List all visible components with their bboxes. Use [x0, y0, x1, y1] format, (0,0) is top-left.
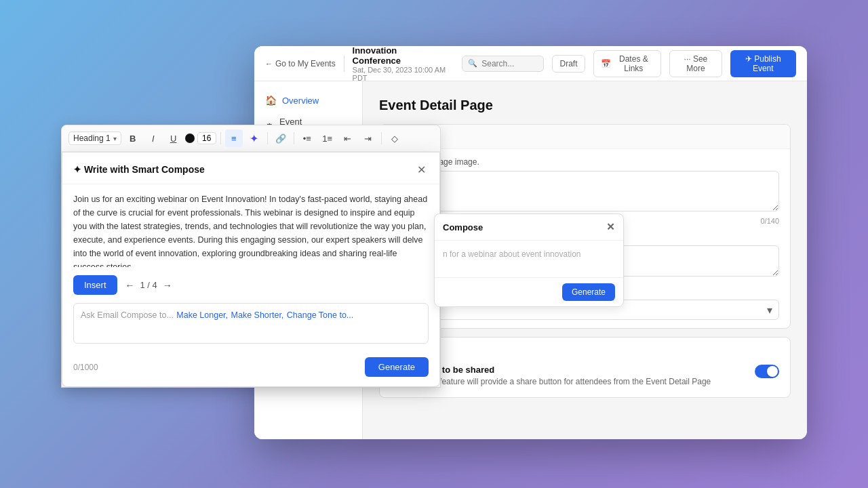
behind-input-area: n for a webinar about event innovation [435, 241, 623, 278]
more-options-button[interactable]: ◇ [386, 129, 403, 147]
link-button[interactable]: 🔗 [272, 129, 290, 147]
compose-placeholder: Ask Email Compose to... [81, 310, 174, 320]
see-more-button[interactable]: ··· See More [669, 50, 722, 77]
behind-dialog-header: Compose ✕ [435, 214, 623, 241]
behind-close-button[interactable]: ✕ [606, 221, 615, 233]
compose-actions: Insert ← 1 / 4 → [73, 275, 429, 295]
heading-select[interactable]: Heading 1 ▾ [68, 131, 121, 145]
settings-title: Settings [391, 348, 779, 359]
event-name: Innovation Conference [353, 46, 446, 66]
chevron-down-icon: ▾ [113, 135, 117, 142]
toolbar-bar: Heading 1 ▾ B I U ≡ ✦ 🔗 •≡ 1≡ ⇤ ⇥ ◇ [62, 125, 440, 152]
sidebar-label-overview: Overview [282, 96, 319, 106]
nav-indicator: 1 / 4 [140, 280, 157, 290]
font-size-input[interactable] [197, 132, 216, 144]
change-tone-link[interactable]: Change Tone to... [287, 310, 353, 320]
search-icon: 🔍 [468, 59, 477, 68]
color-picker[interactable] [185, 134, 195, 143]
toolbar-separator-2 [267, 132, 268, 144]
image-field-label: event detail page image. [391, 157, 779, 167]
smart-compose-body: Join us for an exciting webinar on Event… [62, 184, 439, 352]
numbered-list-button[interactable]: 1≡ [319, 129, 336, 147]
draft-button[interactable]: Draft [552, 55, 585, 73]
calendar-icon: 📅 [601, 59, 611, 68]
heading-select-label: Heading 1 [73, 134, 111, 143]
compose-prompt-area[interactable]: Ask Email Compose to... Make Longer, Mak… [73, 303, 429, 344]
page-title: Event Detail Page [379, 98, 791, 113]
prev-result-button[interactable]: ← [125, 280, 135, 291]
publish-button[interactable]: ✈ Publish Event [730, 50, 796, 77]
dates-links-button[interactable]: 📅 Dates & Links [593, 50, 662, 77]
back-link[interactable]: Go to My Events [265, 59, 336, 68]
settings-row-share: Allow event to be shared Enabling this f… [391, 365, 779, 386]
make-longer-link[interactable]: Make Longer, [176, 310, 228, 320]
bullet-list-button[interactable]: •≡ [298, 129, 316, 147]
indent-decrease-button[interactable]: ⇤ [339, 129, 357, 147]
bold-button[interactable]: B [124, 129, 142, 147]
next-result-button[interactable]: → [163, 280, 172, 291]
search-box[interactable]: 🔍 [462, 56, 544, 72]
italic-button[interactable]: I [144, 129, 162, 147]
align-left-button[interactable]: ≡ [225, 129, 243, 147]
toolbar-separator-3 [294, 132, 294, 144]
content-section-header: Content [380, 125, 790, 149]
settings-share-title: Allow event to be shared [391, 365, 747, 375]
compose-footer: 0/1000 Generate [62, 352, 439, 386]
share-toggle[interactable] [755, 365, 779, 378]
underline-button[interactable]: U [165, 129, 182, 147]
image-textarea[interactable] [391, 171, 779, 211]
behind-generate-button[interactable]: Generate [562, 283, 615, 301]
app-header: Go to My Events Innovation Conference Sa… [254, 46, 807, 81]
indent-increase-button[interactable]: ⇥ [359, 129, 377, 147]
smart-compose-header: ✦ Write with Smart Compose ✕ [62, 152, 439, 184]
search-input[interactable] [481, 59, 538, 68]
home-icon: 🏠 [265, 95, 277, 106]
sparkle-button[interactable]: ✦ [245, 129, 263, 147]
header-divider [344, 56, 344, 72]
smart-compose-panel: ✦ Write with Smart Compose ✕ Join us for… [62, 152, 440, 387]
settings-share-desc: Allow event to be shared Enabling this f… [391, 365, 747, 386]
behind-compose-dialog: Compose ✕ n for a webinar about event in… [434, 214, 624, 307]
toolbar-window: Heading 1 ▾ B I U ≡ ✦ 🔗 •≡ 1≡ ⇤ ⇥ ◇ ✦ Wr… [61, 125, 441, 388]
nav-arrows: ← 1 / 4 → [125, 280, 172, 291]
sidebar-item-overview[interactable]: 🏠 Overview [254, 89, 362, 111]
event-info: Innovation Conference Sat, Dec 30, 2023 … [353, 46, 446, 82]
make-shorter-link[interactable]: Make Shorter, [231, 310, 284, 320]
insert-button[interactable]: Insert [73, 275, 117, 295]
event-date: Sat, Dec 30, 2023 10:00 AM PDT [353, 66, 446, 82]
behind-footer: Generate [435, 278, 623, 306]
settings-section: Settings Allow event to be shared Enabli… [379, 337, 791, 398]
toolbar-separator-1 [220, 132, 221, 144]
toolbar-separator-4 [381, 132, 382, 144]
smart-compose-title: ✦ Write with Smart Compose [73, 164, 408, 175]
compose-prompt-row: Ask Email Compose to... Make Longer, Mak… [81, 309, 421, 321]
smart-compose-close-button[interactable]: ✕ [414, 162, 429, 177]
behind-dialog-title: Compose [443, 222, 483, 232]
generate-button[interactable]: Generate [365, 357, 429, 377]
generated-text: Join us for an exciting webinar on Event… [73, 192, 429, 267]
compose-char-limit: 0/1000 [73, 363, 98, 372]
behind-input-text: n for a webinar about event innovation [443, 249, 580, 259]
